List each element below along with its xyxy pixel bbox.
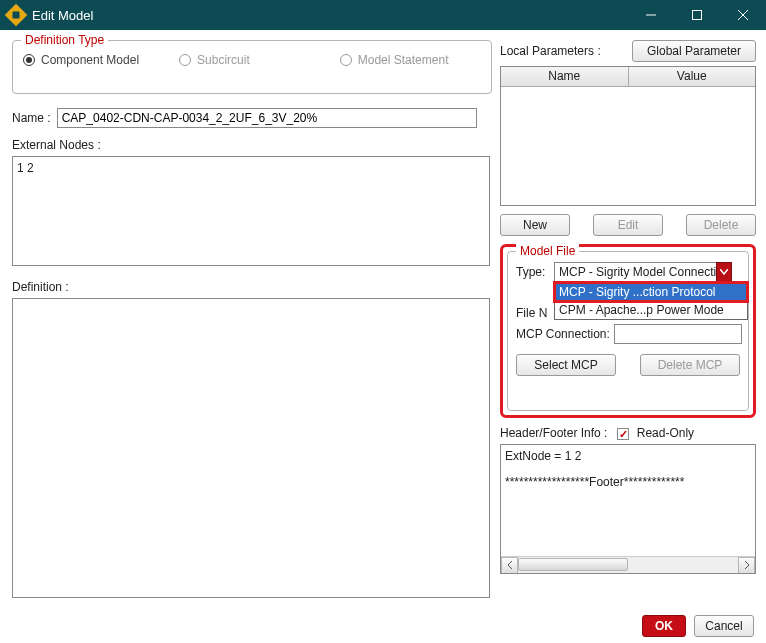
param-col-value[interactable]: Value [629,67,756,86]
radio-dot-icon [340,54,352,66]
mcp-connection-label: MCP Connection: [516,327,610,341]
app-icon [5,4,28,27]
readonly-checkbox[interactable]: ✓ [617,428,629,440]
chevron-down-icon[interactable] [716,262,732,282]
local-parameters-label: Local Parameters : [500,44,601,58]
scroll-track[interactable] [518,557,738,574]
model-file-highlight: Model File Type: MCP - Sigrity Model Con… [500,244,756,418]
mcp-connection-input[interactable] [614,324,742,344]
svg-rect-1 [693,11,702,20]
radio-label: Subcircuit [197,53,250,67]
radio-dot-icon [23,54,35,66]
model-file-legend: Model File [516,244,579,258]
type-label: Type: [516,265,550,279]
type-value: MCP - Sigrity Model Connecti [554,262,732,282]
readonly-label: Read-Only [637,426,694,440]
type-option-mcp[interactable]: MCP - Sigrity ...ction Protocol [555,283,747,301]
radio-dot-icon [179,54,191,66]
header-footer-box[interactable]: ExtNode = 1 2 ******************Footer**… [500,444,756,574]
radio-label: Component Model [41,53,139,67]
name-input[interactable] [57,108,477,128]
name-label: Name : [12,111,51,125]
edit-button[interactable]: Edit [593,214,663,236]
type-combo[interactable]: MCP - Sigrity Model Connecti MCP - Sigri… [554,262,732,282]
scroll-right-icon[interactable] [738,557,755,574]
definition-box[interactable] [12,298,490,598]
header-footer-label: Header/Footer Info : [500,426,607,440]
definition-label: Definition : [12,280,492,294]
horizontal-scrollbar[interactable] [501,556,755,573]
close-button[interactable] [720,0,766,30]
model-file-group: Model File Type: MCP - Sigrity Model Con… [507,251,749,411]
parameter-table[interactable]: Name Value [500,66,756,206]
delete-button[interactable]: Delete [686,214,756,236]
scroll-thumb[interactable] [518,558,628,571]
hf-line-2: ******************Footer************* [505,475,751,489]
cancel-button[interactable]: Cancel [694,615,754,637]
hf-line-1: ExtNode = 1 2 [505,449,751,463]
radio-model-statement[interactable]: Model Statement [340,53,449,67]
type-dropdown: MCP - Sigrity ...ction Protocol CPM - Ap… [554,282,748,320]
window-title: Edit Model [32,8,93,23]
type-option-cpm[interactable]: CPM - Apache...p Power Mode [555,301,747,319]
radio-label: Model Statement [358,53,449,67]
scroll-left-icon[interactable] [501,557,518,574]
external-nodes-label: External Nodes : [12,138,492,152]
select-mcp-button[interactable]: Select MCP [516,354,616,376]
radio-subcircuit[interactable]: Subcircuit [179,53,250,67]
file-label: File N [516,306,550,320]
titlebar: Edit Model [0,0,766,30]
radio-component-model[interactable]: Component Model [23,53,139,67]
param-col-name[interactable]: Name [501,67,629,86]
global-parameter-button[interactable]: Global Parameter [632,40,756,62]
delete-mcp-button[interactable]: Delete MCP [640,354,740,376]
definition-type-legend: Definition Type [21,33,108,47]
ok-button[interactable]: OK [642,615,686,637]
definition-type-group: Definition Type Component Model Subcircu… [12,40,492,94]
maximize-button[interactable] [674,0,720,30]
external-nodes-value: 1 2 [17,161,34,175]
external-nodes-box[interactable]: 1 2 [12,156,490,266]
minimize-button[interactable] [628,0,674,30]
new-button[interactable]: New [500,214,570,236]
